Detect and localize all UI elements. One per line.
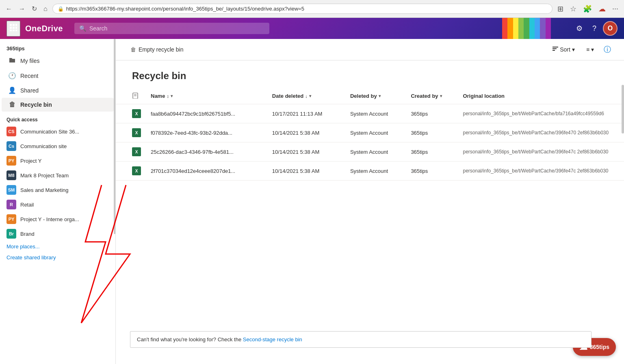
row4-filename: 2f701c37034ed12e4ceee8207de1... bbox=[151, 168, 235, 174]
search-box[interactable]: 🔍 bbox=[74, 23, 269, 34]
hint-text: Can't find what you're looking for? Chec… bbox=[137, 336, 243, 342]
settings-button[interactable]: ⚙ bbox=[573, 22, 586, 34]
sort-label: Sort bbox=[560, 46, 570, 53]
rainbow-bar bbox=[502, 18, 551, 39]
svg-rect-8 bbox=[15, 30, 17, 31]
main-layout: 365tips My files 🕐 Recent 👤 Shared 🗑 Rec… bbox=[0, 39, 624, 364]
excel-file-icon: X bbox=[132, 166, 141, 175]
my-files-icon bbox=[8, 57, 16, 65]
forward-button[interactable]: → bbox=[17, 4, 27, 14]
sidebar: 365tips My files 🕐 Recent 👤 Shared 🗑 Rec… bbox=[0, 39, 116, 364]
address-bar[interactable]: 🔒 https://m365x366786-my.sharepoint.com/… bbox=[52, 4, 552, 14]
comm-site-36-label: Communication Site 36... bbox=[20, 129, 79, 135]
col-created-by-header[interactable]: Created by ▾ bbox=[406, 88, 458, 104]
sidebar-item-comm-site-36[interactable]: CS Communication Site 36... bbox=[0, 124, 115, 139]
excel-file-icon: X bbox=[132, 109, 141, 118]
row2-location: personal/info_365tips_be/t/WebPartCache/… bbox=[463, 130, 609, 136]
sidebar-item-mark8[interactable]: M8 Mark 8 Project Team bbox=[0, 168, 115, 183]
home-button[interactable]: ⌂ bbox=[42, 4, 49, 14]
cloud-sync-button[interactable]: ☁ bbox=[597, 4, 607, 14]
mark8-avatar: M8 bbox=[6, 170, 16, 180]
sidebar-item-sales-marketing[interactable]: SM Sales and Marketing bbox=[0, 183, 115, 197]
svg-rect-6 bbox=[10, 30, 12, 31]
row4-deleted-by-cell: System Account bbox=[345, 162, 406, 181]
row4-created-by-cell: 365tips bbox=[406, 162, 458, 181]
avatar-button[interactable]: O bbox=[603, 21, 618, 36]
excel-file-icon: X bbox=[132, 128, 141, 137]
info-button[interactable]: ⓘ bbox=[600, 42, 614, 57]
help-button[interactable]: ? bbox=[589, 23, 600, 34]
svg-rect-3 bbox=[10, 27, 12, 29]
row2-created-by-cell: 365tips bbox=[406, 123, 458, 142]
mark8-label: Mark 8 Project Team bbox=[20, 172, 69, 179]
extensions-button[interactable]: 🧩 bbox=[581, 4, 594, 14]
sidebar-item-retail[interactable]: R Retail bbox=[0, 197, 115, 212]
row4-location: personal/info_365tips_be/t/WebPartCache/… bbox=[463, 168, 608, 174]
col-date-header[interactable]: Date deleted ↓ ▾ bbox=[267, 88, 345, 104]
browser-chrome: ← → ↻ ⌂ 🔒 https://m365x366786-my.sharepo… bbox=[0, 0, 624, 18]
shared-label: Shared bbox=[20, 87, 39, 94]
row1-created-by-cell: 365tips bbox=[406, 104, 458, 123]
row1-deleted-by-cell: System Account bbox=[345, 104, 406, 123]
date-caret-icon: ▾ bbox=[309, 94, 311, 98]
sidebar-item-brand[interactable]: Br Brand bbox=[0, 226, 115, 241]
quick-access-label: Quick access bbox=[0, 112, 115, 124]
sidebar-item-comm-site[interactable]: Cs Communication site bbox=[0, 139, 115, 153]
sidebar-item-project-y[interactable]: PY Project Y bbox=[0, 153, 115, 168]
recycle-bin-label: Recycle bin bbox=[20, 101, 52, 108]
row2-icon-cell: X bbox=[116, 123, 146, 142]
back-button[interactable]: ← bbox=[4, 4, 14, 14]
row3-date-cell: 10/14/2021 5:38 AM bbox=[267, 142, 345, 162]
url-text: https://m365x366786-my.sharepoint.com/pe… bbox=[66, 6, 547, 12]
view-button[interactable]: ≡ ▾ bbox=[583, 44, 597, 55]
table-row[interactable]: X faa8b6a094472bc9c1bf626751bf5... 10/17… bbox=[116, 104, 624, 123]
sidebar-item-recycle-bin[interactable]: 🗑 Recycle bin bbox=[2, 98, 114, 112]
tab-icon-button[interactable]: ⊞ bbox=[556, 4, 565, 14]
view-icon: ≡ ▾ bbox=[586, 46, 594, 53]
shared-icon: 👤 bbox=[8, 86, 16, 94]
col-deleted-by-header[interactable]: Deleted by ▾ bbox=[345, 88, 406, 104]
file-list-area: Recycle bin Name ↕ ▾ bbox=[116, 60, 624, 364]
browser-actions: ⊞ ☆ 🧩 ☁ ··· bbox=[556, 4, 620, 14]
tenant-label: 365tips bbox=[0, 42, 115, 53]
excel-file-icon: X bbox=[132, 147, 141, 156]
svg-rect-7 bbox=[13, 30, 15, 31]
sidebar-item-recent[interactable]: 🕐 Recent bbox=[2, 69, 114, 83]
menu-button[interactable]: ··· bbox=[611, 4, 620, 14]
row4-name-cell: 2f701c37034ed12e4ceee8207de1... bbox=[146, 162, 267, 181]
empty-recycle-bin-button[interactable]: 🗑 Empty recycle bin bbox=[126, 44, 188, 55]
bottom-hint-box: Can't find what you're looking for? Chec… bbox=[130, 331, 592, 348]
comm-site-avatar: Cs bbox=[6, 141, 16, 151]
row4-date-cell: 10/14/2021 5:38 AM bbox=[267, 162, 345, 181]
row3-created-by-cell: 365tips bbox=[406, 142, 458, 162]
sidebar-item-shared[interactable]: 👤 Shared bbox=[2, 83, 114, 97]
retail-avatar: R bbox=[6, 200, 16, 209]
sales-marketing-label: Sales and Marketing bbox=[20, 187, 69, 193]
table-row[interactable]: X 2f701c37034ed12e4ceee8207de1... 10/14/… bbox=[116, 162, 624, 181]
svg-rect-4 bbox=[13, 27, 15, 29]
waffle-button[interactable] bbox=[6, 21, 20, 37]
star-button[interactable]: ☆ bbox=[568, 4, 578, 14]
col-location-header: Original location bbox=[458, 88, 624, 104]
svg-rect-0 bbox=[10, 24, 12, 26]
table-row[interactable]: X 25c26266-dac3-4346-97fb-4e581... 10/14… bbox=[116, 142, 624, 162]
sidebar-item-project-y-interne[interactable]: PY Project Y - Interne orga... bbox=[0, 212, 115, 226]
project-y-interne-avatar: PY bbox=[6, 214, 16, 224]
name-sort-icon: ↕ bbox=[167, 94, 169, 99]
create-shared-library-link[interactable]: Create shared library bbox=[0, 252, 115, 263]
table-row[interactable]: X f078392e-7eed-43fc-93b2-92dda... 10/14… bbox=[116, 123, 624, 142]
row1-location: personal/info_365tips_be/t/WebPartCache/… bbox=[463, 111, 604, 116]
second-stage-link[interactable]: Second-stage recycle bin bbox=[243, 336, 302, 342]
more-places-link[interactable]: More places... bbox=[0, 241, 115, 252]
sidebar-scrollbar[interactable] bbox=[114, 39, 115, 234]
col-name-header[interactable]: Name ↕ ▾ bbox=[146, 88, 267, 104]
empty-recycle-label: Empty recycle bin bbox=[139, 46, 183, 53]
sort-caret-icon: ▾ bbox=[572, 46, 575, 53]
sidebar-item-my-files[interactable]: My files bbox=[2, 54, 114, 68]
lock-icon: 🔒 bbox=[58, 6, 64, 12]
search-input[interactable] bbox=[89, 25, 264, 32]
refresh-button[interactable]: ↻ bbox=[30, 3, 39, 14]
content-scrollbar[interactable] bbox=[622, 85, 624, 134]
row3-deleted-by-cell: System Account bbox=[345, 142, 406, 162]
sort-button[interactable]: Sort ▾ bbox=[548, 44, 580, 56]
